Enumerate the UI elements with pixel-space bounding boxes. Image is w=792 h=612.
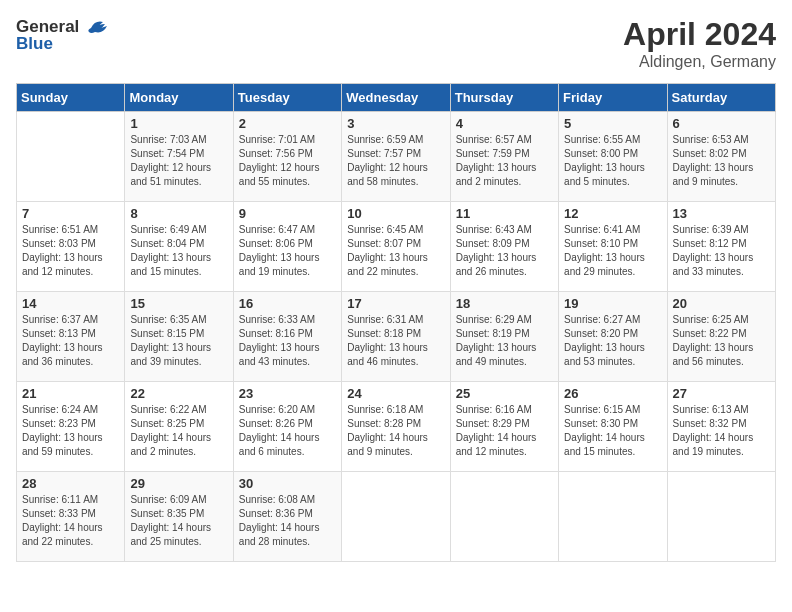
day-number: 20 (673, 296, 770, 311)
day-info: Sunrise: 6:09 AMSunset: 8:35 PMDaylight:… (130, 493, 227, 549)
day-number: 16 (239, 296, 336, 311)
day-number: 7 (22, 206, 119, 221)
header: General Blue April 2024 Aldingen, German… (16, 16, 776, 71)
day-number: 1 (130, 116, 227, 131)
day-number: 5 (564, 116, 661, 131)
days-header-row: SundayMondayTuesdayWednesdayThursdayFrid… (17, 84, 776, 112)
day-number: 19 (564, 296, 661, 311)
day-cell: 23Sunrise: 6:20 AMSunset: 8:26 PMDayligh… (233, 382, 341, 472)
day-cell: 18Sunrise: 6:29 AMSunset: 8:19 PMDayligh… (450, 292, 558, 382)
day-info: Sunrise: 6:59 AMSunset: 7:57 PMDaylight:… (347, 133, 444, 189)
day-info: Sunrise: 6:45 AMSunset: 8:07 PMDaylight:… (347, 223, 444, 279)
header-day-tuesday: Tuesday (233, 84, 341, 112)
day-info: Sunrise: 6:37 AMSunset: 8:13 PMDaylight:… (22, 313, 119, 369)
header-day-thursday: Thursday (450, 84, 558, 112)
day-info: Sunrise: 6:08 AMSunset: 8:36 PMDaylight:… (239, 493, 336, 549)
header-day-friday: Friday (559, 84, 667, 112)
day-number: 6 (673, 116, 770, 131)
header-day-monday: Monday (125, 84, 233, 112)
day-cell: 12Sunrise: 6:41 AMSunset: 8:10 PMDayligh… (559, 202, 667, 292)
day-number: 24 (347, 386, 444, 401)
day-info: Sunrise: 6:35 AMSunset: 8:15 PMDaylight:… (130, 313, 227, 369)
day-info: Sunrise: 6:47 AMSunset: 8:06 PMDaylight:… (239, 223, 336, 279)
day-info: Sunrise: 6:31 AMSunset: 8:18 PMDaylight:… (347, 313, 444, 369)
day-info: Sunrise: 6:53 AMSunset: 8:02 PMDaylight:… (673, 133, 770, 189)
day-cell: 16Sunrise: 6:33 AMSunset: 8:16 PMDayligh… (233, 292, 341, 382)
week-row-1: 1Sunrise: 7:03 AMSunset: 7:54 PMDaylight… (17, 112, 776, 202)
day-cell: 21Sunrise: 6:24 AMSunset: 8:23 PMDayligh… (17, 382, 125, 472)
day-number: 2 (239, 116, 336, 131)
day-cell: 10Sunrise: 6:45 AMSunset: 8:07 PMDayligh… (342, 202, 450, 292)
day-info: Sunrise: 6:15 AMSunset: 8:30 PMDaylight:… (564, 403, 661, 459)
logo-blue: Blue (16, 34, 53, 54)
day-number: 15 (130, 296, 227, 311)
day-number: 27 (673, 386, 770, 401)
day-number: 28 (22, 476, 119, 491)
day-cell: 13Sunrise: 6:39 AMSunset: 8:12 PMDayligh… (667, 202, 775, 292)
day-cell: 20Sunrise: 6:25 AMSunset: 8:22 PMDayligh… (667, 292, 775, 382)
day-info: Sunrise: 6:13 AMSunset: 8:32 PMDaylight:… (673, 403, 770, 459)
day-number: 8 (130, 206, 227, 221)
day-number: 29 (130, 476, 227, 491)
day-cell: 14Sunrise: 6:37 AMSunset: 8:13 PMDayligh… (17, 292, 125, 382)
day-info: Sunrise: 6:43 AMSunset: 8:09 PMDaylight:… (456, 223, 553, 279)
day-number: 26 (564, 386, 661, 401)
day-info: Sunrise: 6:39 AMSunset: 8:12 PMDaylight:… (673, 223, 770, 279)
day-cell: 28Sunrise: 6:11 AMSunset: 8:33 PMDayligh… (17, 472, 125, 562)
day-cell: 15Sunrise: 6:35 AMSunset: 8:15 PMDayligh… (125, 292, 233, 382)
day-info: Sunrise: 6:57 AMSunset: 7:59 PMDaylight:… (456, 133, 553, 189)
day-cell: 22Sunrise: 6:22 AMSunset: 8:25 PMDayligh… (125, 382, 233, 472)
calendar-table: SundayMondayTuesdayWednesdayThursdayFrid… (16, 83, 776, 562)
location-title: Aldingen, Germany (623, 53, 776, 71)
month-title: April 2024 (623, 16, 776, 53)
day-cell (559, 472, 667, 562)
day-cell (667, 472, 775, 562)
day-cell: 30Sunrise: 6:08 AMSunset: 8:36 PMDayligh… (233, 472, 341, 562)
day-cell: 25Sunrise: 6:16 AMSunset: 8:29 PMDayligh… (450, 382, 558, 472)
day-number: 21 (22, 386, 119, 401)
day-cell: 7Sunrise: 6:51 AMSunset: 8:03 PMDaylight… (17, 202, 125, 292)
day-info: Sunrise: 6:41 AMSunset: 8:10 PMDaylight:… (564, 223, 661, 279)
day-number: 23 (239, 386, 336, 401)
week-row-5: 28Sunrise: 6:11 AMSunset: 8:33 PMDayligh… (17, 472, 776, 562)
day-cell (342, 472, 450, 562)
header-day-saturday: Saturday (667, 84, 775, 112)
day-info: Sunrise: 7:03 AMSunset: 7:54 PMDaylight:… (130, 133, 227, 189)
day-number: 13 (673, 206, 770, 221)
day-cell: 29Sunrise: 6:09 AMSunset: 8:35 PMDayligh… (125, 472, 233, 562)
day-cell: 3Sunrise: 6:59 AMSunset: 7:57 PMDaylight… (342, 112, 450, 202)
day-cell: 17Sunrise: 6:31 AMSunset: 8:18 PMDayligh… (342, 292, 450, 382)
day-cell: 8Sunrise: 6:49 AMSunset: 8:04 PMDaylight… (125, 202, 233, 292)
day-info: Sunrise: 6:49 AMSunset: 8:04 PMDaylight:… (130, 223, 227, 279)
day-cell: 24Sunrise: 6:18 AMSunset: 8:28 PMDayligh… (342, 382, 450, 472)
week-row-4: 21Sunrise: 6:24 AMSunset: 8:23 PMDayligh… (17, 382, 776, 472)
day-number: 30 (239, 476, 336, 491)
logo: General Blue (16, 16, 109, 54)
day-cell (450, 472, 558, 562)
day-number: 25 (456, 386, 553, 401)
day-number: 18 (456, 296, 553, 311)
day-number: 22 (130, 386, 227, 401)
day-info: Sunrise: 6:11 AMSunset: 8:33 PMDaylight:… (22, 493, 119, 549)
day-info: Sunrise: 6:55 AMSunset: 8:00 PMDaylight:… (564, 133, 661, 189)
day-cell: 6Sunrise: 6:53 AMSunset: 8:02 PMDaylight… (667, 112, 775, 202)
day-number: 10 (347, 206, 444, 221)
day-number: 14 (22, 296, 119, 311)
day-cell: 1Sunrise: 7:03 AMSunset: 7:54 PMDaylight… (125, 112, 233, 202)
day-info: Sunrise: 6:16 AMSunset: 8:29 PMDaylight:… (456, 403, 553, 459)
day-cell: 27Sunrise: 6:13 AMSunset: 8:32 PMDayligh… (667, 382, 775, 472)
day-info: Sunrise: 7:01 AMSunset: 7:56 PMDaylight:… (239, 133, 336, 189)
day-cell: 4Sunrise: 6:57 AMSunset: 7:59 PMDaylight… (450, 112, 558, 202)
day-info: Sunrise: 6:22 AMSunset: 8:25 PMDaylight:… (130, 403, 227, 459)
day-info: Sunrise: 6:25 AMSunset: 8:22 PMDaylight:… (673, 313, 770, 369)
day-info: Sunrise: 6:24 AMSunset: 8:23 PMDaylight:… (22, 403, 119, 459)
day-info: Sunrise: 6:29 AMSunset: 8:19 PMDaylight:… (456, 313, 553, 369)
day-number: 17 (347, 296, 444, 311)
day-cell: 26Sunrise: 6:15 AMSunset: 8:30 PMDayligh… (559, 382, 667, 472)
logo-bird-icon (81, 16, 109, 38)
day-cell: 5Sunrise: 6:55 AMSunset: 8:00 PMDaylight… (559, 112, 667, 202)
day-cell: 2Sunrise: 7:01 AMSunset: 7:56 PMDaylight… (233, 112, 341, 202)
day-number: 9 (239, 206, 336, 221)
week-row-2: 7Sunrise: 6:51 AMSunset: 8:03 PMDaylight… (17, 202, 776, 292)
day-info: Sunrise: 6:20 AMSunset: 8:26 PMDaylight:… (239, 403, 336, 459)
